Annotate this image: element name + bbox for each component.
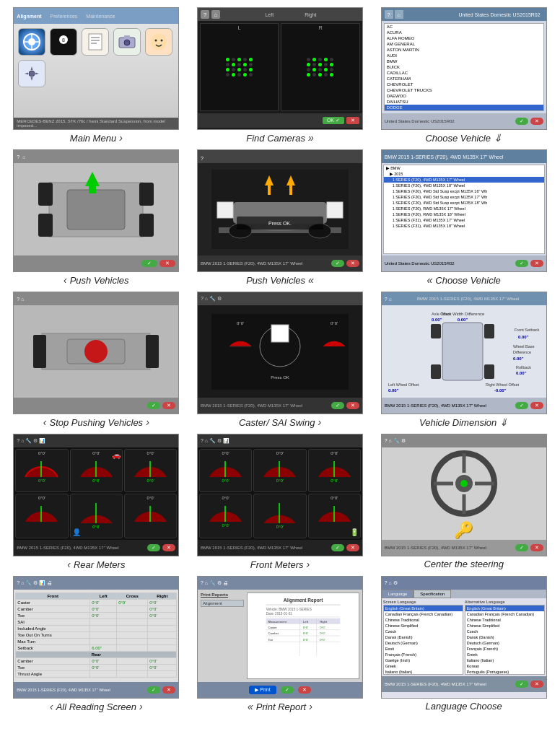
fm-cancel[interactable]: ✕ — [346, 544, 359, 551]
caption-all-reading: ‹ All Reading Screen › — [50, 701, 143, 712]
svg-rect-33 — [217, 202, 233, 218]
cv2-cancel[interactable]: ✕ — [530, 260, 543, 267]
cv2-item[interactable]: 1 SERIES (F20), 4WD Std Susp excpt M135X… — [384, 188, 544, 194]
vd-cancel[interactable]: ✕ — [530, 402, 543, 409]
lang-alt-item[interactable]: Português (Portuguese) — [465, 669, 544, 675]
cv-item[interactable]: CATERHAM — [385, 76, 543, 82]
lang-tab-specs[interactable]: Specification — [414, 590, 451, 598]
cv-item[interactable]: CADILLAC — [385, 70, 543, 76]
pr-ok[interactable]: ✓ — [281, 686, 294, 694]
cv2-item[interactable]: 1 SERIES (F20), 4WD Std Susp excpt M135X… — [384, 194, 544, 200]
cv-item[interactable]: ALFA ROMEO — [385, 35, 543, 41]
cv-item[interactable]: CHEVROLET TRUCKS — [385, 87, 543, 93]
cv-item[interactable]: CHEVROLET — [385, 82, 543, 87]
cv2-item[interactable]: 1 SERIES (F20), RWD M135X 18" Wheel — [384, 211, 544, 217]
pr-print-btn[interactable]: ▶ Print — [249, 686, 276, 694]
icon-wheel-align[interactable] — [18, 28, 45, 56]
lang-icons: ? ⌂ ⚙ — [385, 580, 398, 586]
lang-alt-item[interactable]: Chinese Traditional — [465, 617, 544, 623]
lang-ok[interactable]: ✓ — [515, 681, 528, 688]
lang-alt-item[interactable]: Français (French) — [465, 646, 544, 652]
cv-item-selected[interactable]: DODGE — [385, 105, 543, 110]
rm-ok[interactable]: ✓ — [147, 544, 160, 551]
cv-ok-btn-1[interactable]: ✓ — [515, 118, 528, 125]
lang-tab-language[interactable]: Language — [382, 590, 414, 598]
svg-rect-56 — [484, 324, 494, 338]
cv2-item[interactable]: ▶ 2015 — [384, 171, 544, 177]
cs-cancel[interactable]: ✕ — [346, 402, 359, 409]
lang-alt-item[interactable]: Dansk (Danish) — [465, 634, 544, 640]
fc-cancel-btn[interactable]: ✕ — [346, 117, 359, 124]
lang-item[interactable]: Français (French) — [384, 652, 463, 657]
lang-alt-item[interactable]: Italiano (Italian) — [465, 657, 544, 663]
ar-ok[interactable]: ✓ — [147, 686, 160, 694]
cv2-item[interactable]: 1 SERIES (F20), 4WD Std Susp excpt M135X… — [384, 200, 544, 206]
screen-rear-meters: ? ⌂ 🔧 ⚙ 📊 0°0' 0°0' 0°0' 0°0' 🚗 0°0' — [13, 434, 179, 556]
cv-item[interactable]: DAIHATSU — [385, 99, 543, 105]
cv2-item[interactable]: 1 SERIES (F31), 4WD M135X 18" Wheel — [384, 223, 544, 229]
lang-alt-item[interactable]: Czech — [465, 629, 544, 634]
pr-alignment-item[interactable]: Alignment — [201, 600, 244, 607]
cs-ok[interactable]: ✓ — [331, 402, 344, 409]
lang-alt-item[interactable]: Chinese Simplified — [465, 623, 544, 629]
cv2-ok[interactable]: ✓ — [515, 260, 528, 267]
cv-cancel-btn-1[interactable]: ✕ — [530, 118, 543, 125]
st-cancel[interactable]: ✕ — [530, 544, 543, 551]
st-ok[interactable]: ✓ — [515, 544, 528, 551]
lang-alt-item[interactable]: English (Great Britain) — [465, 605, 544, 611]
cv-item[interactable]: ACURA — [385, 30, 543, 35]
lang-item[interactable]: Czech — [384, 629, 463, 634]
caption-text-lang: Language Choose — [426, 701, 502, 712]
cv-item[interactable]: BUICK — [385, 64, 543, 70]
cv2-item[interactable]: 1 SERIES (F31), 4WD M135X 17" Wheel — [384, 217, 544, 223]
pv1-cancel[interactable]: ✕ — [159, 260, 175, 267]
sp-cancel[interactable]: ✕ — [162, 402, 175, 409]
cv2-item[interactable]: 1 SERIES (F20), RWD M135X 17" Wheel — [384, 206, 544, 211]
sp-ok[interactable]: ✓ — [147, 402, 160, 409]
lang-item[interactable]: Chinese Traditional — [384, 617, 463, 623]
gauge-4: 0°0' — [15, 494, 68, 538]
lang-item[interactable]: Chinese Simplified — [384, 623, 463, 629]
lang-item[interactable]: Dansk (Danish) — [384, 634, 463, 640]
icon-camera[interactable] — [113, 28, 141, 56]
icon-face[interactable] — [145, 28, 172, 56]
lang-alt-item[interactable]: Deutsch (German) — [465, 640, 544, 646]
rm-cancel[interactable]: ✕ — [162, 544, 175, 551]
ar-cancel[interactable]: ✕ — [162, 686, 175, 694]
lang-alt-item[interactable]: Greek — [465, 652, 544, 657]
icon-report[interactable] — [82, 28, 109, 56]
cv2-item[interactable]: 1 SERIES (F20), 4WD M135X 18" Wheel — [384, 183, 544, 188]
cv-item[interactable]: AUDI — [385, 53, 543, 58]
lang-alt-item[interactable]: Canadian Français (French Canadian) — [465, 611, 544, 617]
cv-item[interactable]: AM GENERAL — [385, 41, 543, 47]
lang-item[interactable]: Eesti — [384, 646, 463, 652]
cv-item[interactable]: ASTON MARTIN — [385, 47, 543, 53]
svg-point-46 — [84, 340, 108, 363]
cv-item[interactable]: BMW — [385, 58, 543, 64]
cv2-item[interactable]: ▶ BMW — [384, 165, 544, 171]
lang-item[interactable]: Italiano (Italian) — [384, 669, 463, 675]
fc-header: ? ⌂ Left Right — [198, 8, 362, 21]
lang-cancel[interactable]: ✕ — [530, 681, 543, 688]
pv2-ok[interactable]: ✓ — [331, 260, 344, 267]
cv2-item-selected[interactable]: 1 SERIES (F20), 4WD M135X 17" Wheel — [384, 177, 544, 183]
svg-text:0°0': 0°0' — [237, 321, 244, 325]
icon-8ball[interactable]: 8 — [50, 28, 77, 56]
icon-settings[interactable] — [18, 60, 45, 87]
fc-ok-btn[interactable]: OK ✓ — [323, 117, 344, 124]
lang-item[interactable]: Greek — [384, 663, 463, 669]
cv-item[interactable]: AC — [385, 24, 543, 30]
vd-ok[interactable]: ✓ — [515, 402, 528, 409]
pr-cancel[interactable]: ✕ — [298, 686, 311, 694]
pv1-ok[interactable]: ✓ — [141, 260, 157, 267]
cv-item[interactable]: DAEWOO — [385, 93, 543, 99]
pv2-cancel[interactable]: ✕ — [346, 260, 359, 267]
lang-item[interactable]: Deutsch (German) — [384, 640, 463, 646]
lang-item[interactable]: Gaeilge (Irish) — [384, 657, 463, 663]
lang-item[interactable]: English (Great Britain) — [384, 605, 463, 611]
svg-text:0°0': 0°0' — [331, 321, 338, 325]
cell-push-vehicles-1: ? ⌂ ✓ — [7, 149, 185, 286]
lang-alt-item[interactable]: Korean — [465, 663, 544, 669]
fm-ok[interactable]: ✓ — [331, 544, 344, 551]
lang-item[interactable]: Canadian Français (French Canadian) — [384, 611, 463, 617]
